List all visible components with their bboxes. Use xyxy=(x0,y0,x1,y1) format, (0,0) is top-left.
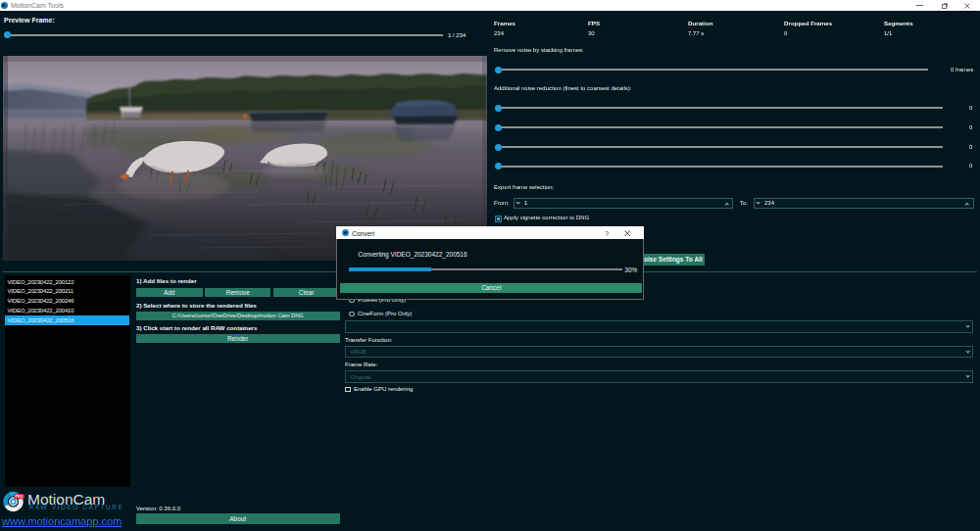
svg-text:PRO: PRO xyxy=(16,495,24,499)
